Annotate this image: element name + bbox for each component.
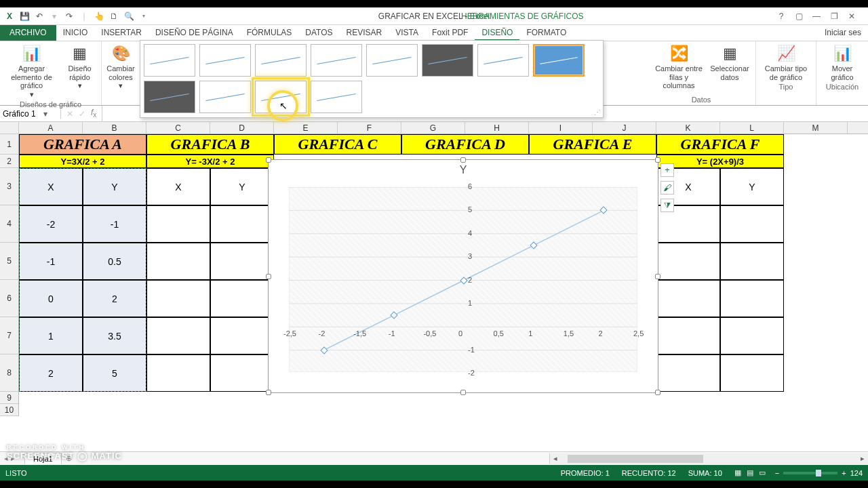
- col-header[interactable]: B: [83, 122, 146, 134]
- style-2[interactable]: [199, 44, 251, 77]
- xy-header[interactable]: X: [146, 168, 210, 205]
- chart-handle[interactable]: [266, 274, 271, 279]
- chart-plus-button[interactable]: +: [660, 163, 674, 177]
- equation-cell[interactable]: Y= (2X+9)/3: [656, 155, 784, 168]
- row-header[interactable]: 9: [0, 392, 18, 404]
- chart-handle[interactable]: [460, 390, 466, 395]
- scroll-left-icon[interactable]: ◂: [550, 454, 561, 463]
- data-cell[interactable]: 0: [19, 280, 83, 317]
- data-cell[interactable]: 1: [19, 317, 83, 354]
- add-chart-element-button[interactable]: 📊 Agregar elemento de gráfico▾: [5, 44, 59, 99]
- tab-inicio[interactable]: INICIO: [56, 25, 95, 41]
- equation-cell[interactable]: Y=3X/2 + 2: [19, 155, 146, 168]
- col-header[interactable]: A: [19, 122, 83, 134]
- col-header[interactable]: D: [210, 122, 274, 134]
- fx-icon[interactable]: fx: [91, 108, 96, 119]
- data-cell[interactable]: [146, 243, 210, 280]
- col-header[interactable]: G: [401, 122, 465, 134]
- tab-foxit[interactable]: Foxit PDF: [425, 25, 475, 41]
- grafica-header[interactable]: GRAFICA C: [274, 134, 401, 155]
- scroll-right-icon[interactable]: ▸: [857, 454, 868, 463]
- zoom-in-icon[interactable]: +: [842, 469, 846, 477]
- data-cell[interactable]: [720, 205, 784, 243]
- cancel-icon[interactable]: ✕: [66, 109, 73, 119]
- data-cell[interactable]: [720, 354, 784, 392]
- maximize-icon[interactable]: ❐: [829, 12, 840, 21]
- close-icon[interactable]: ✕: [846, 12, 857, 21]
- zoom-control[interactable]: − + 124: [775, 469, 863, 477]
- equation-cell[interactable]: Y= -3X/2 + 2: [146, 155, 274, 168]
- grafica-header[interactable]: GRAFICA E: [529, 134, 656, 155]
- row-header[interactable]: 6: [0, 280, 18, 317]
- col-header[interactable]: L: [720, 122, 784, 134]
- data-cell[interactable]: [720, 243, 784, 280]
- chart-handle[interactable]: [655, 274, 660, 279]
- name-box-input[interactable]: [3, 109, 43, 119]
- excel-icon[interactable]: X: [4, 11, 15, 22]
- row-header[interactable]: 3: [0, 168, 18, 205]
- data-cell[interactable]: [210, 317, 274, 354]
- col-header[interactable]: K: [656, 122, 720, 134]
- data-cell[interactable]: 2: [19, 354, 83, 392]
- view-normal-icon[interactable]: ▦: [734, 468, 741, 477]
- data-cell[interactable]: [146, 354, 210, 392]
- chart-filter-button[interactable]: ⧩: [660, 199, 674, 212]
- switch-row-col-button[interactable]: 🔀 Cambiar entre filas y columnas: [652, 44, 705, 90]
- select-all-corner[interactable]: [0, 122, 19, 134]
- minimize-icon[interactable]: —: [811, 12, 822, 21]
- touch-icon[interactable]: 👆: [94, 11, 104, 22]
- horizontal-scrollbar[interactable]: ◂ ▸: [549, 453, 868, 464]
- plot-area[interactable]: -2,5-2-1,5-1-0,500,511,522,5-2-1123456: [289, 187, 637, 372]
- tab-vista[interactable]: VISTA: [389, 25, 425, 41]
- col-header[interactable]: I: [529, 122, 593, 134]
- undo-dd-icon[interactable]: ▾: [49, 11, 60, 22]
- col-header[interactable]: E: [274, 122, 338, 134]
- save-icon[interactable]: 💾: [19, 11, 30, 22]
- view-break-icon[interactable]: ▭: [759, 468, 766, 477]
- style-7[interactable]: [477, 44, 529, 77]
- name-box-dropdown-icon[interactable]: ▾: [43, 109, 47, 119]
- grafica-header[interactable]: GRAFICA F: [656, 134, 784, 155]
- zoom-out-icon[interactable]: −: [775, 469, 779, 477]
- grafica-header[interactable]: GRAFICA B: [146, 134, 274, 155]
- data-cell[interactable]: [656, 317, 720, 354]
- redo-icon[interactable]: ↷: [64, 11, 75, 22]
- row-header[interactable]: 10: [0, 404, 18, 416]
- data-cell[interactable]: [210, 280, 274, 317]
- col-header[interactable]: C: [146, 122, 210, 134]
- data-cell[interactable]: 2: [83, 280, 146, 317]
- data-cell[interactable]: -1: [19, 243, 83, 280]
- xy-header[interactable]: Y: [210, 168, 274, 205]
- chart-handle[interactable]: [460, 157, 466, 163]
- move-chart-button[interactable]: 📊 Mover gráfico: [822, 44, 863, 81]
- style-4[interactable]: [311, 44, 362, 77]
- data-cell[interactable]: 5: [83, 354, 146, 392]
- data-cell[interactable]: 0.5: [83, 243, 146, 280]
- worksheet-grid[interactable]: ABCDEFGHIJKLM 12345678910 GRAFICA AGRAFI…: [0, 122, 868, 441]
- xy-header[interactable]: X: [19, 168, 83, 205]
- data-cell[interactable]: [210, 243, 274, 280]
- row-header[interactable]: 8: [0, 354, 18, 392]
- data-cell[interactable]: [720, 280, 784, 317]
- style-1[interactable]: [144, 44, 195, 77]
- data-cell[interactable]: -1: [83, 205, 146, 243]
- tab-diseno[interactable]: DISEÑO: [475, 25, 519, 41]
- style-5[interactable]: [366, 44, 418, 77]
- chart-styles-gallery[interactable]: ⋰: [140, 40, 604, 118]
- style-10[interactable]: [199, 81, 251, 113]
- tab-formulas[interactable]: FÓRMULAS: [240, 25, 299, 41]
- tab-datos[interactable]: DATOS: [298, 25, 339, 41]
- tab-formato[interactable]: FORMATO: [519, 25, 573, 41]
- chart-handle[interactable]: [655, 157, 660, 163]
- data-cell[interactable]: [210, 205, 274, 243]
- grafica-header[interactable]: GRAFICA A: [19, 134, 146, 155]
- chart-title[interactable]: Y: [269, 164, 658, 176]
- row-header[interactable]: 7: [0, 317, 18, 354]
- col-header[interactable]: J: [593, 122, 656, 134]
- chart-handle[interactable]: [266, 390, 271, 395]
- tab-revisar[interactable]: REVISAR: [340, 25, 389, 41]
- view-page-icon[interactable]: ▤: [747, 468, 753, 477]
- row-header[interactable]: 5: [0, 243, 18, 280]
- select-data-button[interactable]: ▦ Seleccionar datos: [709, 44, 750, 81]
- tab-diseno-pagina[interactable]: DISEÑO DE PÁGINA: [149, 25, 240, 41]
